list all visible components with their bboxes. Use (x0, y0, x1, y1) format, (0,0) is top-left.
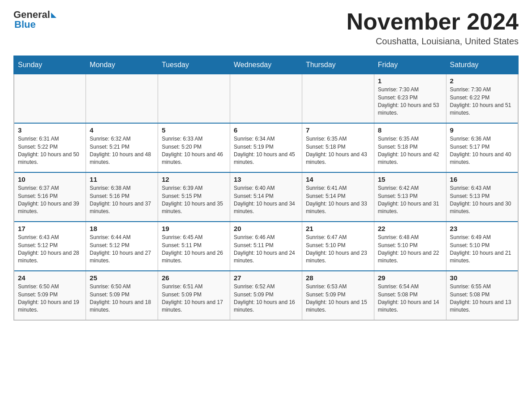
table-row: 27Sunrise: 6:52 AMSunset: 5:09 PMDayligh… (230, 271, 302, 320)
col-sunday: Sunday (14, 56, 86, 74)
table-row: 24Sunrise: 6:50 AMSunset: 5:09 PMDayligh… (14, 271, 86, 320)
table-row: 9Sunrise: 6:36 AMSunset: 5:17 PMDaylight… (446, 123, 518, 172)
table-row: 19Sunrise: 6:45 AMSunset: 5:11 PMDayligh… (158, 222, 230, 271)
day-number: 4 (90, 126, 154, 134)
table-row: 29Sunrise: 6:54 AMSunset: 5:08 PMDayligh… (374, 271, 446, 320)
table-row: 28Sunrise: 6:53 AMSunset: 5:09 PMDayligh… (302, 271, 374, 320)
day-number: 5 (162, 126, 226, 134)
day-info: Sunrise: 6:50 AMSunset: 5:09 PMDaylight:… (90, 283, 154, 314)
table-row: 4Sunrise: 6:32 AMSunset: 5:21 PMDaylight… (86, 123, 158, 172)
day-number: 29 (378, 274, 442, 282)
table-row: 13Sunrise: 6:40 AMSunset: 5:14 PMDayligh… (230, 172, 302, 222)
table-row: 7Sunrise: 6:35 AMSunset: 5:18 PMDaylight… (302, 123, 374, 172)
day-info: Sunrise: 6:54 AMSunset: 5:08 PMDaylight:… (378, 283, 442, 314)
day-info: Sunrise: 6:53 AMSunset: 5:09 PMDaylight:… (306, 283, 370, 314)
table-row: 26Sunrise: 6:51 AMSunset: 5:09 PMDayligh… (158, 271, 230, 320)
day-number: 20 (234, 225, 298, 232)
day-info: Sunrise: 6:50 AMSunset: 5:09 PMDaylight:… (18, 283, 82, 314)
day-info: Sunrise: 6:48 AMSunset: 5:10 PMDaylight:… (378, 234, 442, 265)
day-number: 15 (378, 176, 442, 183)
day-info: Sunrise: 7:30 AMSunset: 6:22 PMDaylight:… (450, 86, 514, 117)
header-row: Sunday Monday Tuesday Wednesday Thursday… (14, 56, 518, 74)
day-info: Sunrise: 6:37 AMSunset: 5:16 PMDaylight:… (18, 184, 82, 216)
col-thursday: Thursday (302, 56, 374, 74)
day-number: 6 (234, 126, 298, 134)
day-number: 28 (306, 274, 370, 282)
day-info: Sunrise: 6:41 AMSunset: 5:14 PMDaylight:… (306, 184, 370, 216)
table-row: 5Sunrise: 6:33 AMSunset: 5:20 PMDaylight… (158, 123, 230, 172)
day-info: Sunrise: 6:32 AMSunset: 5:21 PMDaylight:… (90, 135, 154, 167)
day-info: Sunrise: 6:39 AMSunset: 5:15 PMDaylight:… (162, 184, 226, 216)
day-info: Sunrise: 6:44 AMSunset: 5:12 PMDaylight:… (90, 234, 154, 265)
day-number: 22 (378, 225, 442, 232)
calendar-table: Sunday Monday Tuesday Wednesday Thursday… (13, 56, 519, 321)
day-number: 1 (378, 77, 442, 85)
table-row (230, 74, 302, 123)
table-row: 1Sunrise: 7:30 AMSunset: 6:23 PMDaylight… (374, 74, 446, 123)
day-info: Sunrise: 6:46 AMSunset: 5:11 PMDaylight:… (234, 234, 298, 265)
day-info: Sunrise: 6:49 AMSunset: 5:10 PMDaylight:… (450, 234, 514, 265)
day-number: 13 (234, 176, 298, 183)
day-info: Sunrise: 6:40 AMSunset: 5:14 PMDaylight:… (234, 184, 298, 216)
table-row: 8Sunrise: 6:35 AMSunset: 5:18 PMDaylight… (374, 123, 446, 172)
day-info: Sunrise: 6:31 AMSunset: 5:22 PMDaylight:… (18, 135, 82, 167)
table-row: 18Sunrise: 6:44 AMSunset: 5:12 PMDayligh… (86, 222, 158, 271)
table-row: 22Sunrise: 6:48 AMSunset: 5:10 PMDayligh… (374, 222, 446, 271)
day-info: Sunrise: 6:33 AMSunset: 5:20 PMDaylight:… (162, 135, 226, 167)
day-number: 27 (234, 274, 298, 282)
day-number: 24 (18, 274, 82, 282)
table-row: 3Sunrise: 6:31 AMSunset: 5:22 PMDaylight… (14, 123, 86, 172)
table-row: 10Sunrise: 6:37 AMSunset: 5:16 PMDayligh… (14, 172, 86, 222)
day-info: Sunrise: 6:52 AMSunset: 5:09 PMDaylight:… (234, 283, 298, 314)
table-row: 2Sunrise: 7:30 AMSunset: 6:22 PMDaylight… (446, 74, 518, 123)
day-number: 2 (450, 77, 514, 85)
col-monday: Monday (86, 56, 158, 74)
day-info: Sunrise: 6:38 AMSunset: 5:16 PMDaylight:… (90, 184, 154, 216)
day-info: Sunrise: 7:30 AMSunset: 6:23 PMDaylight:… (378, 86, 442, 117)
calendar-row: 10Sunrise: 6:37 AMSunset: 5:16 PMDayligh… (14, 172, 518, 222)
calendar-row: 24Sunrise: 6:50 AMSunset: 5:09 PMDayligh… (14, 271, 518, 320)
table-row: 17Sunrise: 6:43 AMSunset: 5:12 PMDayligh… (14, 222, 86, 271)
day-number: 19 (162, 225, 226, 232)
table-row (86, 74, 158, 123)
day-number: 18 (90, 225, 154, 232)
day-info: Sunrise: 6:43 AMSunset: 5:13 PMDaylight:… (450, 184, 514, 216)
day-info: Sunrise: 6:42 AMSunset: 5:13 PMDaylight:… (378, 184, 442, 216)
day-number: 25 (90, 274, 154, 282)
table-row (158, 74, 230, 123)
day-number: 8 (378, 126, 442, 134)
main-title: November 2024 (347, 9, 519, 34)
table-row: 11Sunrise: 6:38 AMSunset: 5:16 PMDayligh… (86, 172, 158, 222)
table-row: 20Sunrise: 6:46 AMSunset: 5:11 PMDayligh… (230, 222, 302, 271)
day-info: Sunrise: 6:47 AMSunset: 5:10 PMDaylight:… (306, 234, 370, 265)
day-number: 10 (18, 176, 82, 183)
col-wednesday: Wednesday (230, 56, 302, 74)
day-number: 21 (306, 225, 370, 232)
day-number: 12 (162, 176, 226, 183)
day-info: Sunrise: 6:45 AMSunset: 5:11 PMDaylight:… (162, 234, 226, 265)
day-info: Sunrise: 6:34 AMSunset: 5:19 PMDaylight:… (234, 135, 298, 167)
table-row: 15Sunrise: 6:42 AMSunset: 5:13 PMDayligh… (374, 172, 446, 222)
page-header: General Blue November 2024 Coushatta, Lo… (13, 9, 519, 47)
subtitle: Coushatta, Louisiana, United States (347, 36, 519, 47)
table-row: 14Sunrise: 6:41 AMSunset: 5:14 PMDayligh… (302, 172, 374, 222)
day-number: 7 (306, 126, 370, 134)
day-number: 3 (18, 126, 82, 134)
calendar-row: 3Sunrise: 6:31 AMSunset: 5:22 PMDaylight… (14, 123, 518, 172)
table-row: 21Sunrise: 6:47 AMSunset: 5:10 PMDayligh… (302, 222, 374, 271)
col-tuesday: Tuesday (158, 56, 230, 74)
day-number: 26 (162, 274, 226, 282)
day-number: 16 (450, 176, 514, 183)
table-row: 25Sunrise: 6:50 AMSunset: 5:09 PMDayligh… (86, 271, 158, 320)
day-info: Sunrise: 6:51 AMSunset: 5:09 PMDaylight:… (162, 283, 226, 314)
table-row: 16Sunrise: 6:43 AMSunset: 5:13 PMDayligh… (446, 172, 518, 222)
logo: General Blue (13, 9, 56, 30)
day-number: 14 (306, 176, 370, 183)
day-info: Sunrise: 6:43 AMSunset: 5:12 PMDaylight:… (18, 234, 82, 265)
day-number: 23 (450, 225, 514, 232)
table-row: 23Sunrise: 6:49 AMSunset: 5:10 PMDayligh… (446, 222, 518, 271)
day-info: Sunrise: 6:55 AMSunset: 5:08 PMDaylight:… (450, 283, 514, 314)
table-row (14, 74, 86, 123)
day-number: 30 (450, 274, 514, 282)
day-info: Sunrise: 6:35 AMSunset: 5:18 PMDaylight:… (378, 135, 442, 167)
